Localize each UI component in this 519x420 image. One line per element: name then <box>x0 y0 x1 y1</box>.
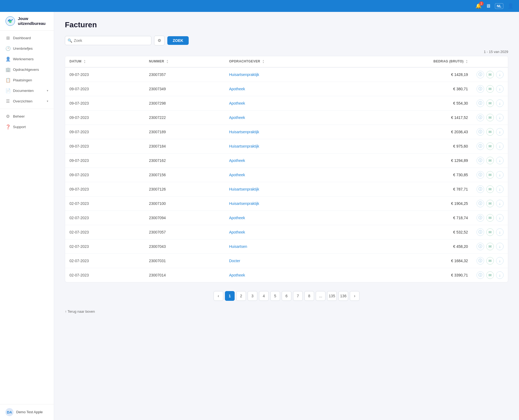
page-button-4[interactable]: 4 <box>259 291 269 301</box>
search-button[interactable]: ZOEK <box>167 36 189 45</box>
page-button-135[interactable]: 135 <box>327 291 337 301</box>
user-icon[interactable]: 👤 <box>508 3 514 9</box>
info-icon-button[interactable]: ⓘ <box>477 228 484 236</box>
info-icon-button[interactable]: ⓘ <box>477 257 484 265</box>
page-button-2[interactable]: 2 <box>236 291 246 301</box>
col-bedrag[interactable]: BEDRAG (BRUTO) ▲▼ <box>350 56 472 67</box>
info-icon-button[interactable]: ⓘ <box>477 71 484 78</box>
sidebar-item-plaatsingen[interactable]: 📋 Plaatsingen <box>0 75 54 85</box>
filter-button[interactable]: ⚙ <box>154 36 165 45</box>
page-button-6[interactable]: 6 <box>282 291 291 301</box>
search-input[interactable] <box>65 36 151 45</box>
col-datum[interactable]: DATUM ▲▼ <box>65 56 145 67</box>
cell-opdrachtgever[interactable]: Huisartsenpraktijk <box>225 196 350 211</box>
cell-opdrachtgever[interactable]: Huisartsen <box>225 239 350 254</box>
download-icon-button[interactable]: ↓ <box>496 257 504 265</box>
cell-opdrachtgever[interactable]: Docter <box>225 254 350 268</box>
cell-opdrachtgever[interactable]: Apotheek <box>225 96 350 111</box>
cell-opdrachtgever[interactable]: Huisartsenpraktijk <box>225 139 350 154</box>
email-icon-button[interactable]: ✉ <box>486 271 494 279</box>
page-next-button[interactable]: › <box>350 291 360 301</box>
info-icon-button[interactable]: ⓘ <box>477 185 484 193</box>
page-prev-button[interactable]: ‹ <box>214 291 223 301</box>
search-icon: 🔍 <box>68 38 72 43</box>
download-icon-button[interactable]: ↓ <box>496 157 504 164</box>
info-icon-button[interactable]: ⓘ <box>477 214 484 222</box>
info-icon-button[interactable]: ⓘ <box>477 114 484 121</box>
page-button-1[interactable]: 1 <box>225 291 235 301</box>
cell-nummer: 23007043 <box>145 239 225 254</box>
cell-datum: 09-07-2023 <box>65 125 145 139</box>
download-icon-button[interactable]: ↓ <box>496 128 504 136</box>
info-icon-button[interactable]: ⓘ <box>477 99 484 107</box>
download-icon-button[interactable]: ↓ <box>496 271 504 279</box>
sidebar-item-urenbriefjes[interactable]: 🕐 Urenbriefjes <box>0 43 54 54</box>
cell-opdrachtgever[interactable]: Apotheek <box>225 225 350 239</box>
sidebar-item-werknemers[interactable]: 👤 Werknemers <box>0 54 54 64</box>
back-to-top[interactable]: ↑ Terug naar boven <box>65 305 508 316</box>
download-icon-button[interactable]: ↓ <box>496 99 504 107</box>
email-icon-button[interactable]: ✉ <box>486 243 494 250</box>
email-icon-button[interactable]: ✉ <box>486 228 494 236</box>
email-icon-button[interactable]: ✉ <box>486 171 494 179</box>
download-icon-button[interactable]: ↓ <box>496 85 504 93</box>
info-icon-button[interactable]: ⓘ <box>477 200 484 207</box>
email-icon-button[interactable]: ✉ <box>486 185 494 193</box>
email-icon-button[interactable]: ✉ <box>486 71 494 78</box>
user-section[interactable]: DA Demo Test Apple <box>0 404 54 420</box>
download-icon-button[interactable]: ↓ <box>496 171 504 179</box>
info-icon-button[interactable]: ⓘ <box>477 271 484 279</box>
download-icon-button[interactable]: ↓ <box>496 71 504 78</box>
col-nummer[interactable]: NUMMER ▲▼ <box>145 56 225 67</box>
download-icon-button[interactable]: ↓ <box>496 114 504 121</box>
email-icon-button[interactable]: ✉ <box>486 200 494 207</box>
cell-opdrachtgever[interactable]: Apotheek <box>225 211 350 225</box>
info-icon-button[interactable]: ⓘ <box>477 128 484 136</box>
info-icon-button[interactable]: ⓘ <box>477 142 484 150</box>
sidebar-item-documenten[interactable]: 📄 Documenten ▾ <box>0 85 54 96</box>
email-icon-button[interactable]: ✉ <box>486 257 494 265</box>
page-button-3[interactable]: 3 <box>248 291 257 301</box>
cell-opdrachtgever[interactable]: Apotheek <box>225 82 350 96</box>
info-icon-button[interactable]: ⓘ <box>477 171 484 179</box>
info-icon-button[interactable]: ⓘ <box>477 85 484 93</box>
download-icon-button[interactable]: ↓ <box>496 214 504 222</box>
table-row: 09-07-2023 23007126 Huisartsenpraktijk €… <box>65 182 508 196</box>
page-button-8[interactable]: 8 <box>304 291 314 301</box>
email-icon-button[interactable]: ✉ <box>486 99 494 107</box>
email-icon-button[interactable]: ✉ <box>486 128 494 136</box>
cell-opdrachtgever[interactable]: Apotheek <box>225 168 350 182</box>
sidebar-item-opdrachtgevers[interactable]: 🏢 Opdrachtgevers <box>0 64 54 75</box>
cell-opdrachtgever[interactable]: Apotheek <box>225 268 350 282</box>
page-button-5[interactable]: 5 <box>270 291 280 301</box>
col-opdrachtgever[interactable]: OPDRACHTGEVER ▲▼ <box>225 56 350 67</box>
page-button-136[interactable]: 136 <box>338 291 348 301</box>
nav-menu: ⊞ Dashboard 🕐 Urenbriefjes 👤 Werknemers … <box>0 31 54 404</box>
notification-icon[interactable]: 🔔 2 <box>475 3 481 9</box>
cell-opdrachtgever[interactable]: Apotheek <box>225 154 350 168</box>
email-icon-button[interactable]: ✉ <box>486 142 494 150</box>
cell-opdrachtgever[interactable]: Huisartsenpraktijk <box>225 67 350 82</box>
sidebar-item-support[interactable]: ❓ Support <box>0 122 54 132</box>
cell-opdrachtgever[interactable]: Huisartsenpraktijk <box>225 182 350 196</box>
cell-opdrachtgever[interactable]: Apotheek <box>225 111 350 125</box>
download-icon-button[interactable]: ↓ <box>496 185 504 193</box>
download-icon-button[interactable]: ↓ <box>496 142 504 150</box>
download-icon-button[interactable]: ↓ <box>496 243 504 250</box>
email-icon-button[interactable]: ✉ <box>486 157 494 164</box>
monitor-icon[interactable]: 🖥 <box>486 3 491 9</box>
sidebar-item-overzichten[interactable]: ☰ Overzichten ▾ <box>0 96 54 106</box>
download-icon-button[interactable]: ↓ <box>496 200 504 207</box>
sidebar-item-dashboard[interactable]: ⊞ Dashboard <box>0 33 54 43</box>
info-icon-button[interactable]: ⓘ <box>477 243 484 250</box>
sidebar-item-beheer[interactable]: ⚙ Beheer <box>0 111 54 122</box>
info-icon-button[interactable]: ⓘ <box>477 157 484 164</box>
email-icon-button[interactable]: ✉ <box>486 214 494 222</box>
cell-opdrachtgever[interactable]: Huisartsenpraktijk <box>225 125 350 139</box>
logo-area[interactable]: Jouw uitzendbureau <box>0 12 54 31</box>
download-icon-button[interactable]: ↓ <box>496 228 504 236</box>
page-button-7[interactable]: 7 <box>293 291 303 301</box>
language-selector[interactable]: NL <box>495 3 503 9</box>
email-icon-button[interactable]: ✉ <box>486 85 494 93</box>
email-icon-button[interactable]: ✉ <box>486 114 494 121</box>
